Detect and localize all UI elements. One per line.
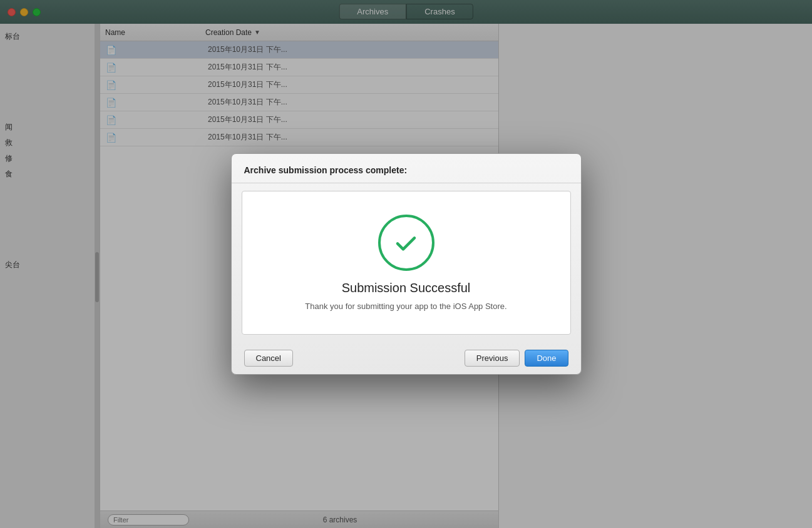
done-button[interactable]: Done <box>525 350 568 367</box>
modal-header-text: Archive submission process complete: <box>244 165 408 175</box>
modal-footer: Cancel Previous Done <box>232 342 581 374</box>
checkmark-svg <box>392 229 420 257</box>
btn-group-right: Previous Done <box>465 350 568 367</box>
previous-button[interactable]: Previous <box>465 350 520 367</box>
modal-overlay: Archive submission process complete: Sub… <box>0 0 812 528</box>
cancel-button[interactable]: Cancel <box>244 350 293 367</box>
modal: Archive submission process complete: Sub… <box>231 153 582 375</box>
modal-body: Submission Successful Thank you for subm… <box>242 191 571 335</box>
modal-header: Archive submission process complete: <box>232 154 581 183</box>
success-title: Submission Successful <box>342 281 471 295</box>
success-icon <box>378 215 434 271</box>
success-subtitle: Thank you for submitting your app to the… <box>305 302 506 311</box>
